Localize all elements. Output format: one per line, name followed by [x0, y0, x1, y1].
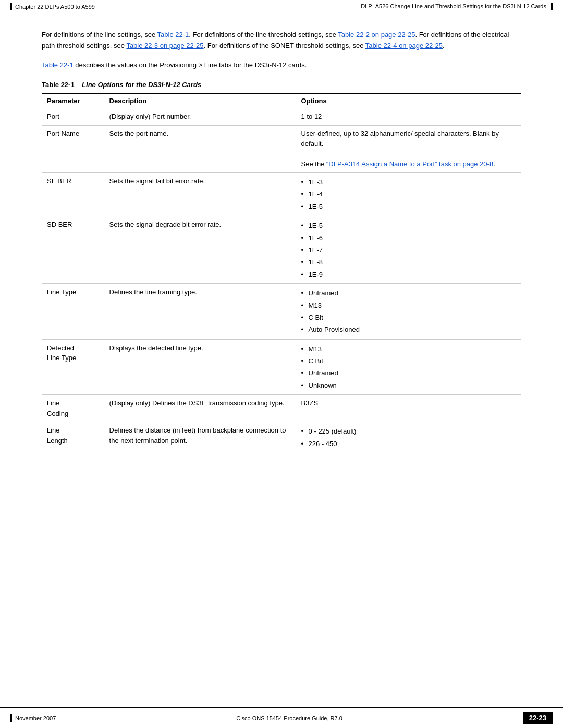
footer-guide-text: Cisco ONS 15454 Procedure Guide, R7.0 — [236, 715, 342, 721]
intro-link1[interactable]: Table 22-1 — [157, 31, 189, 39]
detectedlinetype-bullet-list: M13 C Bit Unframed Unknown — [301, 343, 516, 392]
table-row: SD BER Sets the signal degrade bit error… — [42, 216, 521, 284]
list-item: M13 — [301, 343, 516, 355]
page-number-box: 22-23 — [523, 712, 553, 724]
table-header-row: Parameter Description Options — [42, 93, 521, 108]
table-row: SF BER Sets the signal fail bit error ra… — [42, 172, 521, 216]
list-item: 1E-5 — [301, 201, 516, 213]
header-right: DLP- A526 Change Line and Threshold Sett… — [361, 3, 553, 10]
row-options-linetype: Unframed M13 C Bit Auto Provisioned — [296, 284, 521, 340]
row-desc-linelength: Defines the distance (in feet) from back… — [104, 422, 296, 453]
row-desc-linecoding: (Display only) Defines the DS3E transmis… — [104, 395, 296, 422]
list-item: 226 - 450 — [301, 438, 516, 450]
page-number: 22-23 — [529, 714, 546, 722]
list-item: Unframed — [301, 287, 516, 299]
row-param-port: Port — [42, 108, 104, 126]
linelength-bullet-list: 0 - 225 (default) 226 - 450 — [301, 425, 516, 450]
footer-bar: November 2007 Cisco ONS 15454 Procedure … — [0, 707, 563, 728]
table-row: Port (Display only) Port number. 1 to 12 — [42, 108, 521, 126]
describes-rest: describes the values on the Provisioning… — [74, 61, 307, 69]
list-item: C Bit — [301, 312, 516, 324]
intro-link2[interactable]: Table 22-2 on page 22-25 — [338, 31, 415, 39]
footer-date: November 2007 — [15, 715, 56, 721]
table-row: LineCoding (Display only) Defines the DS… — [42, 395, 521, 422]
row-options-linelength: 0 - 225 (default) 226 - 450 — [296, 422, 521, 453]
list-item: M13 — [301, 300, 516, 312]
intro-paragraph: For definitions of the line settings, se… — [42, 30, 521, 52]
sdber-bullet-list: 1E-5 1E-6 1E-7 1E-8 1E-9 — [301, 219, 516, 280]
list-item: 1E-6 — [301, 232, 516, 244]
list-item: 1E-5 — [301, 219, 516, 231]
header-left-bar-icon — [10, 3, 12, 10]
header-chapter-text: Chapter 22 DLPs A500 to A599 — [15, 4, 95, 10]
row-param-sfber: SF BER — [42, 172, 104, 216]
header-options: Options — [296, 93, 521, 108]
header-bar: Chapter 22 DLPs A500 to A599 DLP- A526 C… — [0, 0, 563, 14]
intro-link4[interactable]: Table 22-4 on page 22-25 — [365, 42, 443, 50]
list-item: 1E-8 — [301, 256, 516, 268]
main-table: Parameter Description Options Port (Disp… — [42, 93, 521, 453]
row-desc-port: (Display only) Port number. — [104, 108, 296, 126]
table-caption-title: Line Options for the DS3i-N-12 Cards — [82, 81, 201, 89]
linetype-bullet-list: Unframed M13 C Bit Auto Provisioned — [301, 287, 516, 336]
main-content: For definitions of the line settings, se… — [0, 14, 563, 485]
list-item: Unframed — [301, 367, 516, 379]
list-item: Unknown — [301, 379, 516, 391]
footer-right: Cisco ONS 15454 Procedure Guide, R7.0 — [236, 715, 342, 721]
intro-text-before-link1: For definitions of the line settings, se… — [42, 31, 157, 39]
list-item: 1E-7 — [301, 244, 516, 256]
page-container: Chapter 22 DLPs A500 to A599 DLP- A526 C… — [0, 0, 563, 728]
table-row: LineLength Defines the distance (in feet… — [42, 422, 521, 453]
describes-paragraph: Table 22-1 describes the values on the P… — [42, 60, 521, 71]
row-param-detectedlinetype: DetectedLine Type — [42, 339, 104, 395]
row-desc-linetype: Defines the line framing type. — [104, 284, 296, 340]
portname-options-text: User-defined, up to 32 alphanumeric/ spe… — [301, 130, 499, 148]
list-item: 1E-9 — [301, 268, 516, 280]
portname-see-suffix: . — [493, 160, 495, 168]
intro-text-mid3: . For definitions of the SONET threshold… — [204, 42, 365, 50]
row-desc-detectedlinetype: Displays the detected line type. — [104, 339, 296, 395]
list-item: 1E-3 — [301, 176, 516, 188]
row-desc-portname: Sets the port name. — [104, 125, 296, 172]
row-param-linelength: LineLength — [42, 422, 104, 453]
row-options-sdber: 1E-5 1E-6 1E-7 1E-8 1E-9 — [296, 216, 521, 284]
list-item: Auto Provisioned — [301, 324, 516, 336]
intro-link3[interactable]: Table 22-3 on page 22-25 — [126, 42, 203, 50]
list-item: 0 - 225 (default) — [301, 425, 516, 437]
table-row: DetectedLine Type Displays the detected … — [42, 339, 521, 395]
intro-text-end: . — [443, 42, 445, 50]
row-options-sfber: 1E-3 1E-4 1E-5 — [296, 172, 521, 216]
row-desc-sdber: Sets the signal degrade bit error rate. — [104, 216, 296, 284]
portname-see-prefix: See the — [301, 160, 326, 168]
header-right-bar-icon — [551, 3, 553, 10]
row-param-linetype: Line Type — [42, 284, 104, 340]
intro-text-mid1: . For definitions of the line threshold … — [189, 31, 338, 39]
table-caption-row: Table 22-1 Line Options for the DS3i-N-1… — [42, 81, 521, 89]
row-options-detectedlinetype: M13 C Bit Unframed Unknown — [296, 339, 521, 395]
table-row: Line Type Defines the line framing type.… — [42, 284, 521, 340]
list-item: C Bit — [301, 355, 516, 367]
portname-see-link[interactable]: “DLP-A314 Assign a Name to a Port” task … — [326, 160, 493, 168]
describes-link[interactable]: Table 22-1 — [42, 61, 74, 69]
header-description: Description — [104, 93, 296, 108]
footer-left: November 2007 — [10, 714, 56, 722]
header-right-text: DLP- A526 Change Line and Threshold Sett… — [361, 3, 546, 9]
row-param-linecoding: LineCoding — [42, 395, 104, 422]
row-options-portname: User-defined, up to 32 alphanumeric/ spe… — [296, 125, 521, 172]
table-caption-label: Table 22-1 — [42, 81, 82, 89]
row-options-linecoding: B3ZS — [296, 395, 521, 422]
row-desc-sfber: Sets the signal fail bit error rate. — [104, 172, 296, 216]
row-options-port: 1 to 12 — [296, 108, 521, 126]
header-left: Chapter 22 DLPs A500 to A599 — [10, 3, 95, 10]
table-row: Port Name Sets the port name. User-defin… — [42, 125, 521, 172]
row-param-sdber: SD BER — [42, 216, 104, 284]
row-param-portname: Port Name — [42, 125, 104, 172]
list-item: 1E-4 — [301, 188, 516, 200]
header-parameter: Parameter — [42, 93, 104, 108]
sfber-bullet-list: 1E-3 1E-4 1E-5 — [301, 176, 516, 213]
footer-left-bar-icon — [10, 714, 12, 722]
